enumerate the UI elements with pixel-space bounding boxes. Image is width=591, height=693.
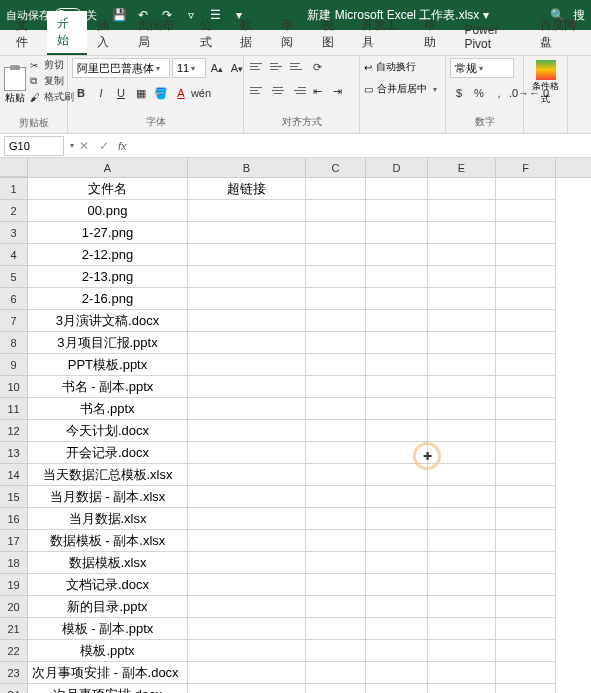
row-header[interactable]: 19 [0, 574, 28, 596]
cell[interactable] [306, 288, 366, 310]
cell[interactable] [188, 200, 306, 222]
cell[interactable] [428, 332, 496, 354]
cell[interactable] [306, 530, 366, 552]
cell[interactable] [188, 310, 306, 332]
row-header[interactable]: 16 [0, 508, 28, 530]
cell[interactable]: PPT模板.pptx [28, 354, 188, 376]
cell[interactable] [306, 508, 366, 530]
cancel-formula-button[interactable]: ✕ [74, 136, 94, 156]
cell[interactable] [306, 222, 366, 244]
cell[interactable] [428, 244, 496, 266]
cell[interactable] [366, 508, 428, 530]
row-header[interactable]: 24 [0, 684, 28, 693]
comma-button[interactable]: , [490, 84, 508, 102]
cell[interactable] [306, 596, 366, 618]
cell[interactable] [188, 662, 306, 684]
grow-font-button[interactable]: A▴ [208, 59, 226, 77]
cell[interactable] [366, 662, 428, 684]
number-format-select[interactable]: 常规▾ [450, 58, 514, 78]
cell[interactable] [366, 354, 428, 376]
row-header[interactable]: 21 [0, 618, 28, 640]
cell[interactable] [428, 618, 496, 640]
row-header[interactable]: 22 [0, 640, 28, 662]
cell[interactable] [188, 332, 306, 354]
row-header[interactable]: 14 [0, 464, 28, 486]
underline-button[interactable]: U [112, 84, 130, 102]
cell[interactable] [188, 508, 306, 530]
cell[interactable] [306, 332, 366, 354]
cell[interactable] [306, 244, 366, 266]
font-size-select[interactable]: 11▾ [172, 58, 206, 78]
cell[interactable] [366, 442, 428, 464]
cell[interactable] [428, 596, 496, 618]
cell[interactable] [306, 376, 366, 398]
cell[interactable] [188, 442, 306, 464]
cell[interactable]: 数据模板 - 副本.xlsx [28, 530, 188, 552]
cell[interactable] [188, 354, 306, 376]
cell[interactable]: 次月事项安排 - 副本.docx [28, 662, 188, 684]
cell[interactable] [496, 442, 556, 464]
tab-power-pivot[interactable]: Power Pivot [454, 19, 529, 55]
row-header[interactable]: 17 [0, 530, 28, 552]
cell[interactable] [428, 684, 496, 693]
row-header[interactable]: 12 [0, 420, 28, 442]
cell[interactable]: 2-16.png [28, 288, 188, 310]
cell[interactable] [366, 288, 428, 310]
tab-view[interactable]: 视图 [312, 13, 353, 55]
cell[interactable] [306, 420, 366, 442]
cell[interactable] [366, 332, 428, 354]
cell[interactable] [428, 552, 496, 574]
row-header[interactable]: 13 [0, 442, 28, 464]
cell[interactable]: 2-12.png [28, 244, 188, 266]
cell[interactable] [306, 310, 366, 332]
cell[interactable] [188, 222, 306, 244]
row-header[interactable]: 6 [0, 288, 28, 310]
row-header[interactable]: 3 [0, 222, 28, 244]
fx-icon[interactable]: fx [118, 140, 127, 152]
accept-formula-button[interactable]: ✓ [94, 136, 114, 156]
cell[interactable]: 书名 - 副本.pptx [28, 376, 188, 398]
cell[interactable] [366, 310, 428, 332]
row-header[interactable]: 23 [0, 662, 28, 684]
name-box[interactable]: G10 [4, 136, 64, 156]
cell[interactable] [306, 398, 366, 420]
cell[interactable] [188, 420, 306, 442]
cell[interactable] [428, 486, 496, 508]
cell[interactable] [496, 222, 556, 244]
select-all-corner[interactable] [0, 158, 28, 177]
tab-page-layout[interactable]: 页面布局 [128, 13, 189, 55]
tab-insert[interactable]: 插入 [87, 13, 128, 55]
tab-help[interactable]: 帮助 [414, 13, 455, 55]
tab-formulas[interactable]: 公式 [190, 13, 231, 55]
cell[interactable]: 2-13.png [28, 266, 188, 288]
cell[interactable] [496, 288, 556, 310]
cell[interactable] [188, 398, 306, 420]
tab-developer[interactable]: 开发工具 [352, 13, 413, 55]
cell[interactable] [306, 618, 366, 640]
cell[interactable] [306, 552, 366, 574]
row-header[interactable]: 7 [0, 310, 28, 332]
cell[interactable] [428, 530, 496, 552]
cell[interactable] [188, 486, 306, 508]
cell[interactable] [496, 398, 556, 420]
cell[interactable] [496, 552, 556, 574]
cell[interactable] [428, 420, 496, 442]
font-name-select[interactable]: 阿里巴巴普惠体▾ [72, 58, 170, 78]
cell[interactable]: 文件名 [28, 178, 188, 200]
cell[interactable] [188, 288, 306, 310]
tab-review[interactable]: 审阅 [271, 13, 312, 55]
col-header-e[interactable]: E [428, 158, 496, 177]
cell[interactable] [428, 574, 496, 596]
cell[interactable] [496, 530, 556, 552]
percent-button[interactable]: % [470, 84, 488, 102]
cell[interactable] [306, 662, 366, 684]
cell[interactable] [428, 266, 496, 288]
cell[interactable] [306, 178, 366, 200]
row-header[interactable]: 1 [0, 178, 28, 200]
merge-center-button[interactable]: ▭合并后居中▾ [364, 80, 437, 98]
tab-file[interactable]: 文件 [6, 13, 47, 55]
cell[interactable] [428, 288, 496, 310]
cell[interactable] [496, 244, 556, 266]
cell[interactable] [188, 574, 306, 596]
increase-indent-button[interactable]: ⇥ [328, 82, 346, 100]
